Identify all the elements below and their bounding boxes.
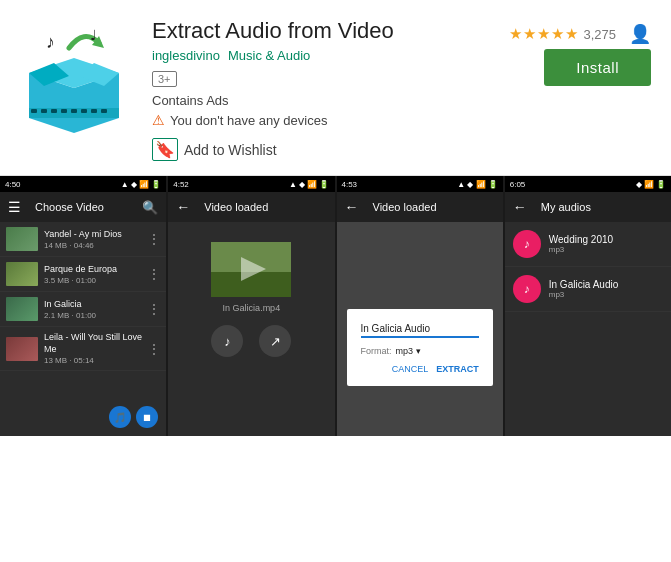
wishlist-icon: 🔖 xyxy=(152,138,178,161)
screenshot-2: 4:52 ▲ ◆ 📶 🔋 ← Video loaded xyxy=(168,176,334,436)
warning-text: You don't have any devices xyxy=(170,113,327,128)
back-arrow-2[interactable]: ← xyxy=(176,199,190,215)
age-rating-badge: 3+ xyxy=(152,71,177,87)
status-icons-3: ▲ ◆ 📶 🔋 xyxy=(457,180,498,189)
status-time-4: 6:05 xyxy=(510,180,526,189)
status-bar-4: 6:05 ◆ 📶 🔋 xyxy=(505,176,671,192)
title-bar-3: ← Video loaded xyxy=(337,192,503,222)
status-icons-1: ▲ ◆ 📶 🔋 xyxy=(121,180,162,189)
audio-item-1[interactable]: ♪ Wedding 2010 mp3 xyxy=(505,222,671,267)
audio-info-2: In Galicia Audio mp3 xyxy=(549,279,663,299)
format-label: Format: xyxy=(361,346,392,356)
star-1: ★ xyxy=(509,25,522,43)
screen2-main: In Galicia.mp4 ♪ ↗ xyxy=(168,222,334,436)
audio-format-2: mp3 xyxy=(549,290,663,299)
star-4: ★ xyxy=(551,25,564,43)
video-item-4[interactable]: Leila - Will You Still Love Me 13 MB · 0… xyxy=(0,327,166,370)
more-icon-3[interactable]: ⋮ xyxy=(148,302,160,316)
app-meta-row: inglesdivino Music & Audio xyxy=(152,48,509,63)
back-arrow-4[interactable]: ← xyxy=(513,199,527,215)
svg-rect-7 xyxy=(51,109,57,113)
fab-audio[interactable]: 🎵 xyxy=(109,406,131,428)
screen3-title: Video loaded xyxy=(373,201,437,213)
app-developer[interactable]: inglesdivino xyxy=(152,48,220,63)
action-icons-2: ♪ ↗ xyxy=(211,325,291,357)
format-row: Format: mp3 ▾ xyxy=(361,346,479,356)
video-info-3: In Galicia 2.1 MB · 01:00 xyxy=(44,299,142,320)
video-name-1: Yandel - Ay mi Dios xyxy=(44,229,142,241)
wishlist-label: Add to Wishlist xyxy=(184,142,277,158)
star-rating: ★ ★ ★ ★ ★ xyxy=(509,25,578,43)
status-time-3: 4:53 xyxy=(342,180,358,189)
audio-format-1: mp3 xyxy=(549,245,663,254)
svg-rect-8 xyxy=(61,109,67,113)
video-item-2[interactable]: Parque de Europa 3.5 MB · 01:00 ⋮ xyxy=(0,257,166,292)
svg-rect-12 xyxy=(101,109,107,113)
screen1-content: 4:50 ▲ ◆ 📶 🔋 ☰ Choose Video 🔍 Yandel - A… xyxy=(0,176,166,436)
video-thumb-1 xyxy=(6,227,38,251)
svg-text:♪: ♪ xyxy=(46,32,55,52)
extract-button[interactable]: EXTRACT xyxy=(436,364,479,374)
video-name-3: In Galicia xyxy=(44,299,142,311)
screen3-content: 4:53 ▲ ◆ 📶 🔋 ← Video loaded Format: mp3 … xyxy=(337,176,503,436)
audio-info-1: Wedding 2010 mp3 xyxy=(549,234,663,254)
video-info-2: Parque de Europa 3.5 MB · 01:00 xyxy=(44,264,142,285)
video-filename-2: In Galicia.mp4 xyxy=(223,303,281,313)
screen2-title: Video loaded xyxy=(204,201,268,213)
more-icon-1[interactable]: ⋮ xyxy=(148,232,160,246)
svg-rect-11 xyxy=(91,109,97,113)
audio-name-2: In Galicia Audio xyxy=(549,279,663,290)
video-thumb-3 xyxy=(6,297,38,321)
back-arrow-3[interactable]: ← xyxy=(345,199,359,215)
no-devices-warning: ⚠ You don't have any devices xyxy=(152,112,509,128)
app-info-block: Extract Audio from Video inglesdivino Mu… xyxy=(152,18,509,161)
more-icon-2[interactable]: ⋮ xyxy=(148,267,160,281)
screenshots-section: 4:50 ▲ ◆ 📶 🔋 ☰ Choose Video 🔍 Yandel - A… xyxy=(0,176,671,436)
video-meta-2: 3.5 MB · 01:00 xyxy=(44,276,142,285)
screen4-content: 6:05 ◆ 📶 🔋 ← My audios ♪ Wedding 2010 mp… xyxy=(505,176,671,436)
app-header: ♪ ♩ Extract Audio from Video inglesdivin… xyxy=(0,0,671,176)
music-action-btn[interactable]: ♪ xyxy=(211,325,243,357)
contains-ads-label: Contains Ads xyxy=(152,93,509,108)
status-bar-1: 4:50 ▲ ◆ 📶 🔋 xyxy=(0,176,166,192)
screen1-title: Choose Video xyxy=(35,201,104,213)
more-icon-4[interactable]: ⋮ xyxy=(148,342,160,356)
screen2-content: 4:52 ▲ ◆ 📶 🔋 ← Video loaded xyxy=(168,176,334,436)
dialog-actions: CANCEL EXTRACT xyxy=(361,364,479,374)
svg-rect-5 xyxy=(31,109,37,113)
top-right-actions: ★ ★ ★ ★ ★ 3,275 👤 Install xyxy=(509,18,651,86)
fab-row: 🎵 ⏹ xyxy=(109,406,158,428)
fab-stop[interactable]: ⏹ xyxy=(136,406,158,428)
video-item-1[interactable]: Yandel - Ay mi Dios 14 MB · 04:46 ⋮ xyxy=(0,222,166,257)
rating-area: ★ ★ ★ ★ ★ 3,275 👤 xyxy=(509,23,651,45)
audio-icon-2: ♪ xyxy=(513,275,541,303)
search-icon-1[interactable]: 🔍 xyxy=(142,200,158,215)
add-to-wishlist-button[interactable]: 🔖 Add to Wishlist xyxy=(152,138,277,161)
video-item-3[interactable]: In Galicia 2.1 MB · 01:00 ⋮ xyxy=(0,292,166,327)
extract-dialog: Format: mp3 ▾ CANCEL EXTRACT xyxy=(347,309,493,386)
audio-name-input[interactable] xyxy=(361,321,479,338)
title-bar-4: ← My audios xyxy=(505,192,671,222)
video-name-4: Leila - Will You Still Love Me xyxy=(44,332,142,355)
screenshot-1: 4:50 ▲ ◆ 📶 🔋 ☰ Choose Video 🔍 Yandel - A… xyxy=(0,176,166,436)
svg-text:♩: ♩ xyxy=(90,27,97,43)
audio-list: ♪ Wedding 2010 mp3 ♪ In Galicia Audio mp… xyxy=(505,222,671,436)
share-action-btn[interactable]: ↗ xyxy=(259,325,291,357)
audio-item-2[interactable]: ♪ In Galicia Audio mp3 xyxy=(505,267,671,312)
rating-count: 3,275 xyxy=(583,27,616,42)
svg-rect-6 xyxy=(41,109,47,113)
audio-name-1: Wedding 2010 xyxy=(549,234,663,245)
user-icon: 👤 xyxy=(629,23,651,45)
app-category[interactable]: Music & Audio xyxy=(228,48,310,63)
install-button[interactable]: Install xyxy=(544,49,651,86)
hamburger-icon-1[interactable]: ☰ xyxy=(8,199,21,215)
status-time-2: 4:52 xyxy=(173,180,189,189)
audio-icon-1: ♪ xyxy=(513,230,541,258)
video-info-4: Leila - Will You Still Love Me 13 MB · 0… xyxy=(44,332,142,364)
status-bar-2: 4:52 ▲ ◆ 📶 🔋 xyxy=(168,176,334,192)
star-3: ★ xyxy=(537,25,550,43)
warning-icon: ⚠ xyxy=(152,112,165,128)
video-list: Yandel - Ay mi Dios 14 MB · 04:46 ⋮ Parq… xyxy=(0,222,166,436)
cancel-button[interactable]: CANCEL xyxy=(392,364,429,374)
svg-rect-9 xyxy=(71,109,77,113)
